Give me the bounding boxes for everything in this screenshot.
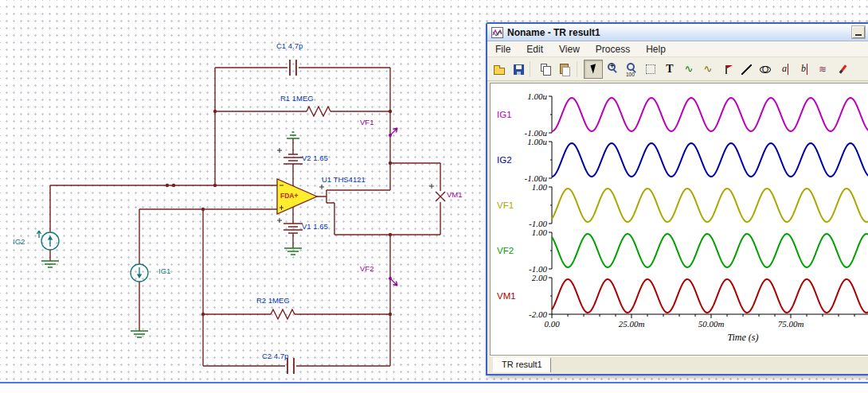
menu-edit[interactable]: Edit: [518, 42, 551, 56]
interval-icon: [646, 64, 655, 74]
ytick-top-IG2: 1.00u: [527, 137, 547, 146]
copy-icon: [541, 64, 547, 72]
zoom-in-button[interactable]: +: [603, 60, 622, 79]
label-v1[interactable]: V1 1.65: [302, 223, 328, 231]
battery-v1[interactable]: [283, 224, 303, 233]
cursor-b-button[interactable]: b: [794, 60, 813, 79]
zoom-100-button[interactable]: 100: [622, 60, 641, 79]
ground-symbols[interactable]: [41, 132, 302, 337]
zoom-100-icon: [627, 63, 635, 71]
capacitor-plates[interactable]: [287, 60, 296, 374]
pen-icon: [839, 64, 847, 73]
text-tool-glyph: T: [661, 60, 678, 78]
trace-IG2[interactable]: [552, 143, 868, 177]
cursor-b-icon: [807, 64, 807, 75]
trace-IG1[interactable]: [552, 98, 868, 131]
annotate-glyph: ≋: [814, 60, 831, 78]
menu-file[interactable]: File: [487, 42, 518, 56]
cursor-a-icon: [788, 64, 788, 75]
marker-icon: [725, 65, 727, 74]
cursor-a-glyph: a: [776, 60, 793, 78]
text-tool-button[interactable]: T: [660, 60, 679, 79]
trace-VF2[interactable]: [552, 234, 868, 267]
label-u1[interactable]: U1 THS4121: [322, 176, 366, 184]
line-tool-icon: [741, 64, 752, 75]
annotate-button[interactable]: ≋: [813, 60, 832, 79]
ytick-top-IG1: 1.00u: [527, 91, 547, 101]
voltmeter-vm1[interactable]: [436, 192, 445, 201]
label-vf2[interactable]: VF2: [360, 265, 373, 273]
label-r1[interactable]: R1 1MEG: [280, 95, 314, 103]
save-button[interactable]: [509, 60, 528, 79]
label-v2[interactable]: V2 1.65: [302, 154, 328, 162]
signal-label-IG2[interactable]: IG2: [497, 155, 512, 165]
tabbar: TR result1: [490, 356, 868, 374]
pen-button[interactable]: [832, 60, 851, 79]
open-icon: [494, 68, 505, 75]
waveform-plot: 1.00u-1.00uIG11.00u-1.00uIG21.00-1.00VF1…: [491, 84, 868, 355]
current-source-ig1[interactable]: [131, 264, 148, 282]
select-cursor-icon: [590, 64, 598, 74]
label-vm1[interactable]: VM1: [447, 191, 463, 199]
plot-panel: 1.00u-1.00uIG11.00u-1.00uIG21.00-1.00VF1…: [490, 83, 868, 356]
tab-tr-result1[interactable]: TR result1: [493, 357, 551, 372]
label-ig1[interactable]: IG1: [158, 267, 170, 275]
trace-VF1[interactable]: [552, 189, 868, 222]
xtick-75.00m: 75.00m: [778, 319, 804, 329]
circuit-drawing: [0, 0, 486, 382]
menu-process[interactable]: Process: [588, 42, 638, 56]
toolbar: +100T∿∿Oab≋: [487, 57, 868, 81]
signal-edit-button[interactable]: ∿: [679, 60, 698, 79]
line-tool-button[interactable]: [737, 60, 756, 79]
label-vf1[interactable]: VF1: [360, 119, 373, 126]
ellipse-tool-icon: [760, 66, 771, 73]
minimize-button[interactable]: [852, 26, 865, 38]
zoom-in-icon: [608, 63, 616, 71]
signal-label-VF1[interactable]: VF1: [497, 200, 514, 210]
interval-button[interactable]: [641, 60, 660, 79]
wires[interactable]: [50, 68, 440, 366]
trace-VM1[interactable]: [552, 279, 868, 313]
polarity-marks: [277, 148, 434, 223]
battery-v2[interactable]: [283, 154, 303, 164]
xtick-0.00: 0.00: [544, 319, 560, 329]
signal-shift-glyph: ∿: [699, 60, 717, 78]
marker-button[interactable]: [717, 60, 737, 79]
window-title: Noname - TR result1: [507, 27, 600, 38]
menu-view[interactable]: View: [551, 42, 588, 56]
xtick-50.00m: 50.00m: [698, 319, 725, 329]
open-button[interactable]: [490, 60, 509, 79]
menu-help[interactable]: Help: [638, 42, 674, 56]
editor-frame-line: [0, 382, 868, 383]
signal-label-VF2[interactable]: VF2: [497, 246, 514, 255]
signal-label-IG1[interactable]: IG1: [497, 110, 512, 119]
ytick-bottom-VM1: -2.00: [529, 309, 547, 319]
menubar: FileEditViewProcessHelp: [487, 41, 868, 57]
cursor-a-button[interactable]: a: [775, 60, 794, 79]
titlebar[interactable]: Noname - TR result1: [487, 24, 868, 41]
label-ig2[interactable]: IG2: [13, 238, 25, 246]
cursor-b-glyph: b: [795, 60, 812, 78]
signal-shift-button[interactable]: ∿: [698, 60, 717, 79]
ytick-top-VM1: 2.00: [532, 273, 548, 282]
ytick-top-VF1: 1.00: [532, 182, 548, 192]
current-source-ig2[interactable]: [37, 231, 60, 250]
ytick-top-VF2: 1.00: [532, 228, 548, 237]
label-r2[interactable]: R2 1MEG: [256, 297, 290, 305]
ellipse-tool-button[interactable]: O: [756, 60, 775, 79]
x-axis-label: Time (s): [728, 332, 759, 343]
paste-icon: [560, 64, 569, 74]
label-c2[interactable]: C2 4.7p: [262, 352, 288, 360]
minimize-icon: [855, 34, 862, 36]
signal-label-VM1[interactable]: VM1: [497, 291, 516, 301]
window-icon: [491, 27, 503, 38]
label-fda[interactable]: FDA+: [280, 193, 298, 200]
toolbar-separator: [577, 61, 582, 77]
select-cursor-button[interactable]: [584, 60, 603, 79]
tab-label: TR result1: [502, 360, 542, 369]
result-window: Noname - TR result1 FileEditViewProcessH…: [486, 22, 868, 375]
paste-button[interactable]: [556, 60, 575, 79]
signal-edit-glyph: ∿: [680, 60, 698, 78]
copy-button[interactable]: [537, 60, 556, 79]
label-c1[interactable]: C1 4.7p: [276, 42, 303, 50]
